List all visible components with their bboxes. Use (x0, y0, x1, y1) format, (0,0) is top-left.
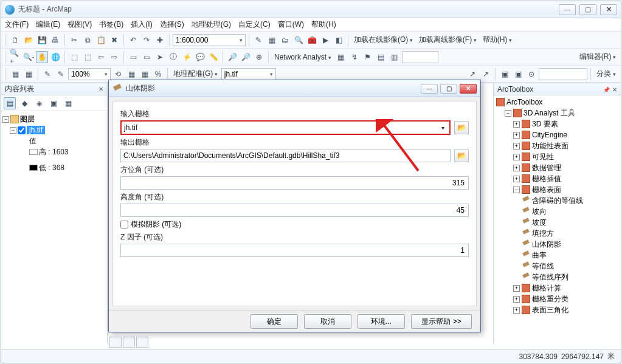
redo-icon[interactable]: ↷ (140, 34, 153, 46)
menu-view[interactable]: 视图(V) (67, 19, 92, 30)
tbx-item[interactable]: +CityEngine (495, 129, 620, 140)
menu-geoprocessing[interactable]: 地理处理(G) (192, 19, 231, 30)
tbx-item[interactable]: +功能性表面 (495, 140, 620, 151)
na-icon5[interactable]: ▥ (389, 51, 401, 63)
print-icon[interactable]: 🖶 (49, 34, 61, 46)
close-button[interactable]: ✕ (600, 4, 617, 15)
draw-icon2[interactable]: ✎ (55, 68, 67, 80)
menu-customize[interactable]: 自定义(C) (238, 19, 271, 30)
dialog-maximize-button[interactable]: ▢ (440, 84, 457, 94)
paste-icon[interactable]: 📋 (95, 34, 107, 46)
expand-icon[interactable]: + (513, 296, 520, 303)
collapse-icon[interactable]: − (513, 187, 520, 193)
layout-icon5[interactable]: ▦ (139, 68, 151, 80)
tbx-tool[interactable]: 曲率 (495, 250, 620, 261)
collapse-icon[interactable]: − (2, 116, 9, 123)
tbx-tool[interactable]: 等值线序列 (495, 272, 620, 283)
pan-icon[interactable]: ✋ (36, 51, 48, 63)
dialog-minimize-button[interactable]: — (421, 84, 438, 94)
hyperlink-icon[interactable]: ⚡ (181, 51, 193, 63)
na-icon2[interactable]: ↯ (348, 51, 361, 63)
measure-icon[interactable]: 📏 (207, 51, 219, 63)
expand-icon[interactable]: + (513, 165, 520, 171)
tbx-item[interactable]: +表面三角化 (495, 304, 620, 315)
select-icon[interactable]: ▭ (127, 51, 139, 63)
cancel-button[interactable]: 取消 (304, 314, 351, 329)
tbx-item[interactable]: +可见性 (495, 151, 620, 162)
search-icon[interactable]: 🔍 (292, 34, 305, 46)
tbx-tool[interactable]: 含障碍的等值线 (495, 195, 620, 206)
georef-menu[interactable]: 地理配准(G) (171, 69, 220, 79)
save-icon[interactable]: 💾 (36, 34, 48, 46)
toc-options-icon[interactable]: ▦ (62, 97, 74, 109)
pointer-icon[interactable]: ➤ (154, 51, 166, 63)
expand-icon[interactable]: + (513, 121, 520, 128)
tbx-item[interactable]: +栅格重分类 (495, 294, 620, 304)
misc-icon3[interactable]: ▣ (499, 68, 511, 80)
tbx-tool[interactable]: 等值线 (495, 261, 620, 272)
layer-name[interactable]: jh.tif (27, 126, 45, 134)
tbx-root[interactable]: ArcToolbox (495, 97, 620, 108)
toc-close-icon[interactable]: ✕ (98, 86, 103, 92)
undo-icon[interactable]: ↶ (127, 34, 139, 46)
expand-icon[interactable]: + (513, 285, 520, 292)
collapse-icon[interactable]: − (10, 127, 16, 134)
tbx-item[interactable]: +数据管理 (495, 162, 620, 173)
menu-help[interactable]: 帮助(H) (311, 19, 336, 30)
full-extent-icon[interactable]: 🌐 (49, 51, 61, 63)
editor-menu[interactable]: 编辑器(R) (577, 52, 618, 62)
catalog-icon[interactable]: 🗂 (279, 34, 291, 46)
tbx-tool-hillshade[interactable]: 山体阴影 (495, 239, 620, 250)
find-icon[interactable]: 🔎 (226, 51, 238, 63)
menu-edit[interactable]: 编辑(E) (36, 19, 60, 30)
toc-root[interactable]: − 图层 (2, 114, 106, 125)
minimize-button[interactable]: — (559, 4, 576, 15)
environments-button[interactable]: 环境... (358, 314, 405, 329)
back-extent-icon[interactable]: ⇦ (95, 51, 107, 63)
dialog-close-button[interactable]: ✕ (460, 84, 477, 94)
open-icon[interactable]: 📂 (22, 34, 35, 46)
layout-view-button[interactable] (123, 337, 135, 348)
draw-icon[interactable]: ✎ (41, 68, 54, 80)
tbx-tool[interactable]: 坡度 (495, 217, 620, 228)
toc-icon[interactable]: ▦ (266, 34, 278, 46)
maximize-button[interactable]: ▢ (579, 4, 596, 15)
arctoolbox-close-icon[interactable]: ✕ (612, 86, 617, 93)
input-raster-combo[interactable]: jh.tif (120, 120, 451, 135)
menu-bookmarks[interactable]: 书签(B) (99, 19, 123, 30)
menu-file[interactable]: 文件(F) (5, 19, 29, 30)
scale-combo[interactable]: 1:600,000 (173, 34, 246, 46)
delete-icon[interactable]: ✖ (108, 34, 120, 46)
forward-extent-icon[interactable]: ⇨ (108, 51, 120, 63)
na-textbox[interactable] (402, 51, 438, 63)
dialog-titlebar[interactable]: 山体阴影 — ▢ ✕ (109, 80, 480, 97)
expand-icon[interactable]: + (513, 132, 520, 139)
layout-icon4[interactable]: ▦ (125, 68, 137, 80)
na-window-icon[interactable]: ▦ (335, 51, 347, 63)
output-raster-input[interactable] (120, 149, 451, 162)
html-popup-icon[interactable]: 💬 (194, 51, 206, 63)
network-analyst-menu[interactable]: Network Analyst (272, 53, 334, 61)
na-icon4[interactable]: ▤ (375, 51, 387, 63)
expand-icon[interactable]: + (513, 154, 520, 160)
editor-icon[interactable]: ✎ (252, 34, 264, 46)
pin-icon[interactable]: 📌 (603, 87, 610, 93)
python-icon[interactable]: ▶ (319, 34, 331, 46)
toolbox-icon[interactable]: 🧰 (306, 34, 318, 46)
misc-icon4[interactable]: ▣ (512, 68, 524, 80)
menu-insert[interactable]: 插入(I) (131, 19, 152, 30)
zoom-in-icon[interactable]: 🔍+ (9, 51, 21, 63)
data-view-button[interactable] (109, 337, 122, 348)
altitude-input[interactable]: 45 (120, 204, 469, 217)
model-shadows-checkbox[interactable] (120, 221, 128, 228)
add-data-icon[interactable]: ✚ (154, 34, 166, 46)
expand-icon[interactable]: + (513, 307, 520, 314)
layout-icon[interactable]: ▦ (9, 68, 21, 80)
clear-select-icon[interactable]: ▭ (140, 51, 153, 63)
menu-select[interactable]: 选择(S) (160, 19, 184, 30)
zfactor-input[interactable]: 1 (120, 244, 469, 257)
tbx-item[interactable]: +3D 要素 (495, 118, 620, 129)
expand-icon[interactable]: + (513, 176, 520, 182)
misc-icon5[interactable]: ⊙ (525, 68, 537, 80)
layout-zoom-combo[interactable]: 100% (68, 68, 111, 80)
